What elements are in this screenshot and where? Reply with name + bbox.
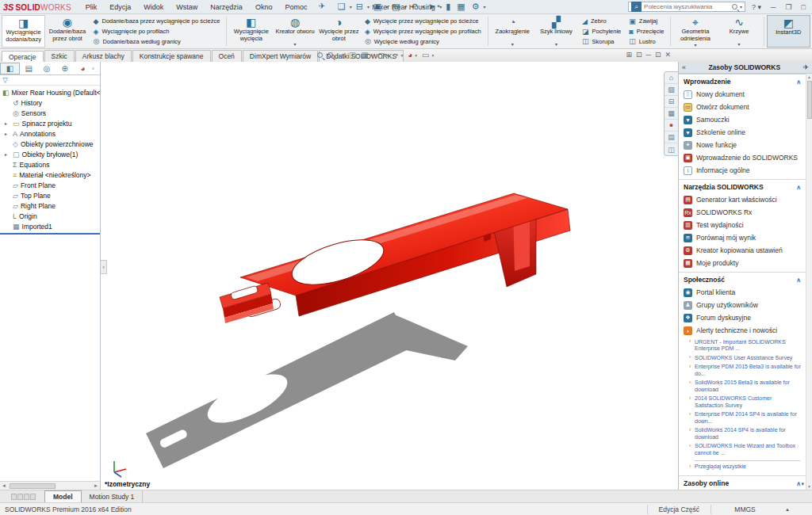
link-moje-produkty[interactable]: ▦Moje produkty — [683, 257, 802, 269]
rebuild-icon[interactable]: ▮ — [442, 2, 454, 12]
reference-geometry-dropdown-icon[interactable]: ▾ — [694, 42, 696, 48]
tree-item-imported1[interactable]: ▦Imported1 — [0, 221, 100, 231]
task-pane-scrollbar[interactable]: ▲ ▼ — [806, 74, 812, 490]
undo-icon[interactable]: ↶ — [408, 2, 421, 12]
news-link[interactable]: 2014 SOLIDWORKS Customer Satisfaction Su… — [689, 395, 802, 410]
shell-button[interactable]: ◫Skorupa — [582, 37, 621, 45]
tree-item-solid-bodies[interactable]: ▸ ▢Obiekty bryłowe(1) — [0, 149, 100, 159]
panel-collapse-tab[interactable]: ‹ — [101, 260, 107, 274]
menu-narzedzia[interactable]: Narzędzia — [204, 2, 249, 13]
tab-model[interactable]: Model — [44, 490, 82, 502]
link-grupy-uzytkownikow[interactable]: ♟Grupy użytkowników — [683, 299, 802, 311]
pin-pane-icon[interactable]: ✈ — [802, 63, 809, 71]
curves-button[interactable]: ∿ Krzywe ▾ — [718, 15, 761, 48]
save-icon[interactable]: ▣ — [370, 2, 385, 12]
link-nowe-funkcje[interactable]: ✦Nowe funkcje — [683, 139, 802, 151]
configuration-manager-tab-icon[interactable]: ◎ — [38, 63, 56, 74]
viewport-split-handles[interactable] — [0, 490, 44, 502]
tree-item-origin[interactable]: LOrigin — [0, 211, 100, 221]
scroll-up-icon[interactable]: ▲ — [807, 74, 811, 80]
filter-funnel-icon[interactable]: ▽ — [2, 76, 8, 84]
previous-view-icon[interactable]: ◅ — [338, 51, 344, 59]
news-link[interactable]: SOLIDWORKS User Assistance Survey — [689, 353, 802, 363]
fillet-dropdown-icon[interactable]: ▾ — [511, 41, 514, 48]
doc-cascade-icon[interactable]: ⊞ — [626, 51, 632, 59]
options-gear-icon[interactable]: ⚙ — [469, 2, 483, 12]
rollback-bar[interactable] — [0, 233, 100, 235]
next-tip-icon[interactable]: ▾ — [801, 481, 804, 487]
design-library-tab-icon[interactable]: ▨ — [665, 84, 678, 96]
intersect-button[interactable]: ◙Przecięcie — [629, 28, 664, 36]
menu-okno[interactable]: Okno — [249, 2, 279, 13]
scroll-right-icon[interactable]: ► — [92, 483, 100, 488]
close-button[interactable]: □ — [799, 3, 809, 11]
doc-tile-icon[interactable]: ⊡ — [636, 51, 642, 59]
file-explorer-tab-icon[interactable]: ⊟ — [665, 96, 678, 108]
tab-ocen[interactable]: Oceń — [212, 50, 242, 62]
link-samouczki[interactable]: ▼Samouczki — [683, 113, 802, 126]
search-dropdown-icon[interactable]: ▾ — [740, 4, 742, 10]
expand-arrow-icon[interactable]: ▸ — [5, 131, 7, 136]
news-link[interactable]: SOLIDWORKS Hole Wizard and Toolbox canno… — [689, 442, 802, 458]
link-nowy-dokument[interactable]: ▯Nowy dokument — [683, 88, 802, 101]
tree-item-sensors[interactable]: ◎Sensors — [0, 108, 100, 118]
link-kreator-kopiowania[interactable]: ⚙Kreator kopiowania ustawień — [683, 244, 802, 257]
tree-item-top-plane[interactable]: ▱Top Plane — [0, 190, 100, 200]
display-manager-tab-icon[interactable]: ◕ — [74, 63, 92, 74]
rib-button[interactable]: ◢Zebro — [582, 17, 621, 25]
tree-item-history[interactable]: ↺History — [0, 97, 100, 108]
doc-restore-icon[interactable]: ⊡ — [655, 51, 661, 59]
collapse-caret-icon[interactable]: ∧ — [796, 277, 801, 284]
wrap-button[interactable]: ▣Zawijaj — [629, 17, 664, 25]
units-selector[interactable]: MMGS — [710, 505, 779, 514]
doc-minimize-icon[interactable]: ─ — [646, 51, 651, 59]
tab-szkic[interactable]: Szkic — [44, 50, 75, 62]
link-szkolenie-online[interactable]: ▼Szkolenie online — [683, 126, 802, 139]
dimxpert-manager-tab-icon[interactable]: ⊕ — [56, 63, 74, 74]
news-link[interactable]: Enterprise PDM 2015 Beta3 is available f… — [689, 363, 802, 379]
news-link[interactable]: URGENT - Important SOLIDWORKS Enterprise… — [689, 338, 802, 353]
hide-show-items-icon[interactable]: ◔ — [393, 51, 398, 59]
news-link[interactable]: SolidWorks 2015 Beta3 is available for d… — [689, 379, 802, 395]
zoom-fit-icon[interactable] — [317, 52, 323, 58]
search-icon[interactable] — [732, 4, 737, 10]
scrollbar-thumb[interactable] — [10, 483, 56, 489]
tab-konstrukcje-spawane[interactable]: Konstrukcje spawane — [132, 50, 211, 62]
link-informacje-ogolne[interactable]: iInformacje ogólne — [683, 164, 802, 177]
swept-cut-button[interactable]: ◆Wycięcie przez wyciągnięcie po ścieżce — [365, 17, 481, 25]
link-solidworks-rx[interactable]: RxSOLIDWORKS Rx — [683, 206, 802, 219]
new-document-icon[interactable]: ❏ — [335, 2, 349, 12]
link-porownaj-wynik[interactable]: ≋Porównaj mój wynik — [683, 231, 802, 244]
hole-wizard-button[interactable]: ◍ Kreator otworu ▾ — [273, 15, 316, 48]
restore-button[interactable]: ❐ — [782, 3, 795, 11]
print-icon[interactable]: ▤ — [389, 2, 403, 12]
link-otworz-dokument[interactable]: ▭Otwórz dokument — [683, 101, 802, 113]
menu-widok[interactable]: Widok — [137, 2, 170, 13]
curves-dropdown-icon[interactable]: ▾ — [738, 41, 741, 48]
revolved-boss-button[interactable]: ◉ Dodanie/baza przez obrót — [45, 15, 89, 48]
expand-arrow-icon[interactable]: ▸ — [5, 151, 7, 157]
open-document-icon[interactable]: ⊟ — [353, 2, 366, 12]
menu-pin-icon[interactable]: ✈ — [313, 2, 329, 13]
edit-appearance-icon[interactable]: ◕ — [408, 51, 412, 59]
appearances-scenes-tab-icon[interactable]: ● — [665, 120, 678, 132]
tab-motion-study[interactable]: Motion Study 1 — [82, 490, 144, 502]
view-orientation-icon[interactable]: ▦ — [361, 51, 368, 59]
extruded-cut-button[interactable]: ◧ Wyciągnięcie wycięcia — [229, 15, 273, 48]
lofted-cut-button[interactable]: ◈Wycięcie przez wyciągnięcie po profilac… — [365, 28, 481, 36]
link-portal-klienta[interactable]: ◉Portal klienta — [683, 286, 802, 299]
mixer-rear-housing-part[interactable] — [220, 193, 570, 323]
select-cursor-icon[interactable]: ➤ — [425, 2, 439, 12]
mirror-button[interactable]: ◫Lustro — [629, 37, 664, 45]
units-dropdown-icon[interactable]: ▲ — [779, 507, 796, 512]
revolved-cut-button[interactable]: ◑ Wycięcie przez obrót — [317, 15, 361, 48]
collapse-caret-icon[interactable]: ∧ — [796, 184, 801, 191]
graphics-area[interactable]: ‹ *Izometryczny ⌂ ▨ ⊟ ▦ ● ▤ ◫ — [101, 62, 678, 490]
linear-pattern-button[interactable]: ▞ Szyk liniowy ▾ — [534, 15, 578, 48]
menu-edycja[interactable]: Edycja — [103, 2, 137, 13]
tree-item-front-plane[interactable]: ▱Front Plane — [0, 180, 100, 190]
tab-dimxpert[interactable]: DimXpert Wymiarów — [243, 50, 318, 62]
link-test-wydajnosci[interactable]: ▥Test wydajności — [683, 219, 802, 231]
link-generator-kart[interactable]: ▤Generator kart właściwości — [683, 193, 802, 206]
minimize-button[interactable]: ─ — [768, 3, 779, 11]
